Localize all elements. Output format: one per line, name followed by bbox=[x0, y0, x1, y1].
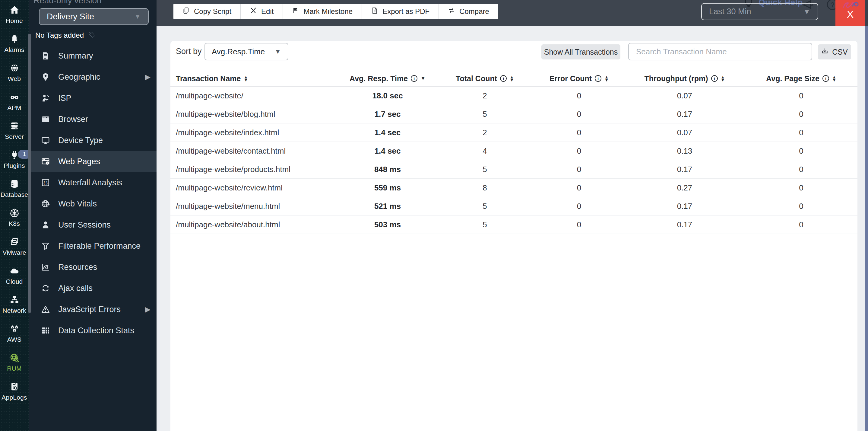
info-icon[interactable]: i bbox=[500, 75, 507, 82]
nav-rail-item[interactable]: K8s bbox=[0, 203, 29, 232]
transaction-name-cell[interactable]: /multipage-website/menu.html bbox=[170, 202, 339, 211]
nav-rail-item[interactable]: Alarms bbox=[0, 29, 29, 58]
avg-page-size-cell: 0 bbox=[745, 183, 858, 193]
sidebar-menu-item[interactable]: Summary bbox=[29, 45, 157, 66]
table-row[interactable]: /multipage-website/blog.html 1.7 sec 5 0… bbox=[170, 105, 858, 123]
nav-rail-item[interactable]: Server bbox=[0, 116, 29, 145]
nav-rail-item[interactable]: Home bbox=[0, 0, 29, 29]
sidebar-menu-item[interactable]: Web Vitals bbox=[29, 193, 157, 214]
table-column-header[interactable]: Avg. Resp. Time i ▼ bbox=[339, 74, 436, 83]
chevron-right-icon: ▶ bbox=[145, 305, 151, 314]
nav-rail-item[interactable]: RUM bbox=[0, 348, 29, 377]
table-row[interactable]: /multipage-website/index.html 1.4 sec 2 … bbox=[170, 123, 858, 142]
webpages-icon bbox=[41, 156, 50, 166]
table-row[interactable]: /multipage-website/menu.html 521 ms 5 0 … bbox=[170, 197, 858, 216]
toolbar-button[interactable]: Export as PDF bbox=[362, 4, 439, 19]
search-transaction-input[interactable] bbox=[628, 43, 812, 60]
sidebar-menu-item[interactable]: Resources bbox=[29, 257, 157, 278]
nav-rail-item-label: Cloud bbox=[6, 278, 23, 285]
sort-by-value: Avg.Resp.Time bbox=[212, 47, 275, 56]
toolbar-button-label: Compare bbox=[459, 7, 489, 16]
sidebar-menu-item[interactable]: Device Type bbox=[29, 130, 157, 151]
table-row[interactable]: /multipage-website/review.html 559 ms 8 … bbox=[170, 179, 858, 197]
nav-rail-item[interactable]: 1 Plugins bbox=[0, 145, 29, 174]
table-row[interactable]: /multipage-website/about.html 503 ms 5 0… bbox=[170, 216, 858, 234]
sidebar-menu-item[interactable]: User Sessions bbox=[29, 214, 157, 235]
rail-scrollbar[interactable] bbox=[28, 34, 31, 313]
toolbar-button[interactable]: Compare bbox=[439, 4, 498, 19]
sidebar-menu-item-label: Summary bbox=[58, 51, 151, 61]
nav-rail-item[interactable]: Network bbox=[0, 290, 29, 319]
download-icon bbox=[821, 48, 829, 56]
table-header-row: Transaction Name ▲▼ Avg. Resp. Time i ▼ … bbox=[170, 71, 858, 87]
nav-rail-item-label: Plugins bbox=[4, 162, 25, 169]
transaction-name-cell[interactable]: /multipage-website/about.html bbox=[170, 220, 339, 229]
sort-icon: ▲▼ bbox=[604, 76, 609, 82]
info-icon[interactable]: i bbox=[823, 75, 829, 82]
svg-text:{ }: { } bbox=[43, 181, 48, 185]
nav-rail-item-label: APM bbox=[7, 104, 21, 111]
toolbar-button[interactable]: Copy Script bbox=[174, 4, 241, 19]
monitor-sidebar: Read-only version Delivery Site ▼ No Tag… bbox=[29, 0, 157, 431]
sort-desc-icon: ▼ bbox=[421, 76, 426, 82]
sidebar-menu-item[interactable]: Browser bbox=[29, 109, 157, 130]
main-content: Sort by : Avg.Resp.Time ▼ Show All Trans… bbox=[157, 26, 865, 431]
sort-by-label: Sort by : bbox=[176, 47, 206, 56]
nav-rail-item[interactable]: APM bbox=[0, 87, 29, 116]
error-count-cell: 0 bbox=[534, 128, 624, 137]
sidebar-menu-item-label: Resources bbox=[58, 263, 151, 272]
sidebar-menu-item[interactable]: JavaScript Errors ▶ bbox=[29, 299, 157, 320]
monitor-select-dropdown[interactable]: Delivery Site ▼ bbox=[39, 8, 149, 25]
vmware-icon bbox=[9, 237, 20, 247]
sort-by-dropdown[interactable]: Avg.Resp.Time ▼ bbox=[205, 43, 288, 60]
transaction-name-cell[interactable]: /multipage-website/products.html bbox=[170, 165, 339, 174]
transaction-name-cell[interactable]: /multipage-website/ bbox=[170, 91, 339, 100]
database-icon bbox=[9, 179, 20, 189]
transactions-table: Transaction Name ▲▼ Avg. Resp. Time i ▼ … bbox=[170, 71, 858, 234]
table-column-header[interactable]: Transaction Name ▲▼ bbox=[170, 74, 339, 83]
error-count-cell: 0 bbox=[534, 202, 624, 211]
nav-rail-item[interactable]: Cloud bbox=[0, 261, 29, 290]
table-column-header[interactable]: Throughput (rpm) i ▲▼ bbox=[624, 74, 745, 83]
table-row[interactable]: /multipage-website/products.html 848 ms … bbox=[170, 160, 858, 179]
avg-resp-time-cell: 1.4 sec bbox=[339, 146, 436, 156]
tags-row[interactable]: No Tags added bbox=[35, 31, 96, 40]
table-column-header[interactable]: Avg. Page Size i ▲▼ bbox=[745, 74, 858, 83]
nav-rail-item[interactable]: AppLogs bbox=[0, 377, 29, 406]
sidebar-menu-item[interactable]: Filterable Performance bbox=[29, 235, 157, 257]
nav-rail-item[interactable]: Database bbox=[0, 174, 29, 203]
info-icon[interactable]: i bbox=[595, 75, 601, 82]
close-button[interactable]: X bbox=[835, 0, 865, 26]
nav-rail-item-label: RUM bbox=[7, 365, 22, 372]
ajax-icon bbox=[41, 283, 50, 293]
time-range-dropdown[interactable]: Last 30 Min ▼ bbox=[701, 3, 818, 20]
transaction-name-cell[interactable]: /multipage-website/blog.html bbox=[170, 110, 339, 119]
filepdf-icon bbox=[371, 7, 378, 16]
sidebar-menu-item[interactable]: Geographic ▶ bbox=[29, 66, 157, 88]
nav-rail-item[interactable]: AWS bbox=[0, 319, 29, 348]
toolbar-button[interactable]: Edit bbox=[241, 4, 283, 19]
csv-export-button[interactable]: CSV bbox=[818, 45, 851, 59]
info-icon[interactable]: i bbox=[411, 75, 417, 82]
page-scrollbar[interactable] bbox=[865, 0, 868, 431]
sidebar-menu-item[interactable]: Ajax calls bbox=[29, 278, 157, 299]
transaction-name-cell[interactable]: /multipage-website/contact.html bbox=[170, 146, 339, 156]
table-row[interactable]: /multipage-website/ 18.0 sec 2 0 0.07 0 bbox=[170, 87, 858, 105]
table-column-header[interactable]: Total Count i ▲▼ bbox=[436, 74, 534, 83]
avg-page-size-cell: 0 bbox=[745, 110, 858, 119]
info-icon[interactable]: i bbox=[711, 75, 718, 82]
transaction-name-cell[interactable]: /multipage-website/review.html bbox=[170, 183, 339, 193]
table-column-header[interactable]: Error Count i ▲▼ bbox=[534, 74, 624, 83]
toolbar-button[interactable]: Mark Milestone bbox=[283, 4, 362, 19]
sidebar-menu-item-label: Geographic bbox=[58, 73, 145, 82]
avg-resp-time-cell: 1.7 sec bbox=[339, 110, 436, 119]
show-all-transactions-button[interactable]: Show All Transactions bbox=[541, 45, 620, 59]
transaction-name-cell[interactable]: /multipage-website/index.html bbox=[170, 128, 339, 137]
sidebar-menu-item[interactable]: ISP bbox=[29, 88, 157, 109]
nav-rail-item[interactable]: VMware bbox=[0, 232, 29, 261]
nav-rail-item[interactable]: Web bbox=[0, 58, 29, 87]
sidebar-menu-item[interactable]: Data Collection Stats bbox=[29, 320, 157, 341]
table-row[interactable]: /multipage-website/contact.html 1.4 sec … bbox=[170, 142, 858, 160]
sidebar-menu-item[interactable]: { } Waterfall Analysis bbox=[29, 172, 157, 193]
sidebar-menu-item[interactable]: Web Pages bbox=[29, 151, 157, 172]
